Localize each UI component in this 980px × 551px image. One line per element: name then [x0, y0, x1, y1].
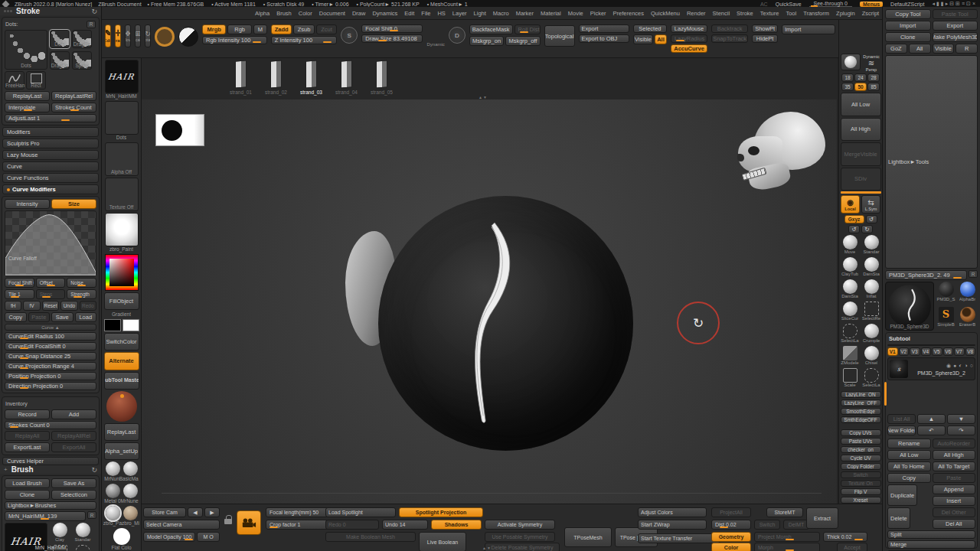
backfacemask-button[interactable]: BackfaceMask: [469, 24, 513, 34]
load-spotlight-button[interactable]: Load Spotlight: [325, 507, 396, 517]
viewport-canvas[interactable]: ↻: [142, 99, 837, 504]
zcut-button[interactable]: Zcut: [316, 24, 337, 34]
lazyradius-slider[interactable]: LazyRadius: [671, 34, 707, 43]
brush-item[interactable]: SelectLa: [840, 324, 860, 345]
uv-button[interactable]: Switch: [841, 471, 881, 478]
brush-selector-slider[interactable]: MrN_HairIMM. 139: [5, 511, 86, 521]
subtool-view-tab[interactable]: V1: [887, 347, 898, 356]
tool-button[interactable]: R: [956, 44, 978, 54]
tool-button[interactable]: Paste Tool: [933, 9, 978, 19]
brush-item[interactable]: Standar: [72, 523, 93, 544]
stroke-button[interactable]: Strokes Count: [51, 103, 96, 112]
material-pair-3[interactable]: zbro_Pazbro_Mi: [104, 506, 139, 527]
inventory-button[interactable]: Record: [5, 409, 50, 419]
menu-item[interactable]: Alpha: [255, 10, 270, 17]
rotate-button[interactable]: ↻Rotate: [145, 24, 151, 47]
brush-item[interactable]: ClayTub: [840, 257, 860, 279]
subtool-list-button[interactable]: List All: [887, 414, 916, 424]
subtool-view-tab[interactable]: V6: [943, 347, 954, 356]
switch-button[interactable]: Switch: [754, 520, 780, 530]
uv-button[interactable]: Copy UVs: [841, 429, 881, 436]
lock-icon[interactable]: [224, 515, 232, 524]
menu-item[interactable]: Marker: [516, 10, 534, 17]
divider-handle-icon[interactable]: ▲▼: [482, 546, 492, 550]
subtool-action-button[interactable]: Copy: [887, 473, 931, 483]
brush-palette-header[interactable]: + Brush ↻: [0, 465, 101, 474]
menu-item[interactable]: Dynamics: [372, 10, 397, 17]
inventory-button[interactable]: Add: [51, 409, 96, 419]
flat-color-cell[interactable]: Flat Colo: [104, 528, 139, 551]
stroke-type-thumbnail[interactable]: Spray: [72, 51, 92, 70]
showpt-button[interactable]: ShowPt: [752, 24, 778, 33]
tool-item[interactable]: S SimpleB: [936, 307, 956, 331]
curve-button[interactable]: Load: [75, 312, 97, 322]
stroke-section-header[interactable]: Curve: [2, 161, 99, 171]
mini-slider[interactable]: Offset: [36, 278, 66, 288]
curve-slider[interactable]: Direction Projection 0: [5, 382, 96, 390]
tool-button[interactable]: Make PolyMesh3D: [933, 32, 978, 42]
brush-item[interactable]: Clay: [49, 523, 70, 544]
projectall-button[interactable]: ProjectAll: [711, 507, 751, 517]
subtool-action-button[interactable]: AutoReorder: [933, 439, 976, 448]
subtool-view-tab[interactable]: V3: [910, 347, 920, 356]
material-pair-1[interactable]: MrNunBasicMa: [104, 461, 139, 482]
alpha-off-cell[interactable]: Alpha Off: [104, 142, 139, 176]
alpha-setup-button[interactable]: Alpha_setUp: [104, 442, 139, 460]
subtool-list-button[interactable]: ↶: [917, 425, 946, 435]
brush-panel-button[interactable]: Save As: [51, 478, 96, 488]
activate-symmetry-button[interactable]: Activate Symmetry: [485, 520, 555, 530]
curve-slider[interactable]: CurveEdit FocalShift 0: [5, 342, 96, 350]
window-control-icon[interactable]: ⊡: [966, 1, 972, 6]
tool-button[interactable]: Copy Tool: [885, 9, 931, 19]
subtool-scrollbar[interactable]: [884, 382, 887, 406]
subtool-wide-button[interactable]: Merge: [887, 540, 975, 549]
strand-thumbnail[interactable]: strand_01: [227, 58, 254, 96]
uv-button[interactable]: Xreset: [841, 497, 881, 504]
brush-item[interactable]: Inflat: [861, 279, 881, 301]
stroke-type-thumbnail[interactable]: DragRe: [72, 30, 92, 48]
strand-thumbnail[interactable]: strand_02: [263, 58, 289, 96]
start-zwrap-button[interactable]: Start ZWrap: [638, 520, 707, 530]
tool-button[interactable]: Import: [885, 21, 931, 31]
menu-item[interactable]: Zscript: [862, 10, 880, 17]
strokes-count-slider[interactable]: Strokes Count 0: [5, 421, 96, 429]
stroke-section-header[interactable]: Curve Functions: [2, 173, 99, 183]
stroke-section-header[interactable]: Curve Modifiers: [2, 184, 99, 194]
curve-button[interactable]: fV: [23, 301, 40, 311]
menu-item[interactable]: Color: [299, 10, 312, 17]
default-zscript-button[interactable]: DefaultZScript: [890, 2, 924, 7]
live-boolean-button[interactable]: Live Boolean: [419, 532, 466, 551]
curve-slider[interactable]: Position Projection 0: [5, 372, 96, 380]
visible-count-slider[interactable]: Visible Count 12: [887, 344, 975, 346]
current-material-cell[interactable]: zbro_Paint: [104, 213, 139, 253]
brush-item[interactable]: Chisel: [861, 346, 881, 367]
menu-item[interactable]: Edit: [404, 10, 414, 17]
storemt-button[interactable]: StoreMT: [766, 507, 803, 517]
freehand-stroke-thumbnail[interactable]: FreeHan: [5, 71, 24, 90]
uv-button[interactable]: Texture On: [841, 480, 881, 487]
hair-strand-curve[interactable]: [454, 218, 532, 437]
export-obj-button[interactable]: Export to OBJ: [579, 34, 629, 43]
brush-item[interactable]: ZModele: [840, 346, 860, 367]
quicksave-button[interactable]: QuickSave: [776, 2, 802, 7]
focal-shift-slider[interactable]: Focal Shift 0: [361, 24, 423, 33]
mini-slider[interactable]: Noise: [67, 278, 96, 288]
menu-item[interactable]: Layer: [452, 10, 467, 17]
restore-config-button[interactable]: R: [87, 511, 96, 519]
brush-item[interactable]: SelectRe: [861, 302, 881, 323]
mini-slider[interactable]: Strength: [67, 289, 96, 299]
color-picker[interactable]: [105, 254, 139, 291]
stroke-section-header[interactable]: Sculptris Pro: [2, 139, 99, 148]
subdiv-preset-button[interactable]: 50: [854, 83, 867, 91]
stroke-type-thumbnail[interactable]: Dots: [50, 30, 70, 48]
subtool-toggle-icon[interactable]: ◑: [965, 363, 968, 369]
mrgb-button[interactable]: Mrgb: [202, 24, 226, 34]
undo-button[interactable]: Undo 14: [382, 520, 428, 530]
gxyz-button[interactable]: Gxyz: [844, 215, 864, 223]
dist-slider[interactable]: Dist 0.02: [711, 520, 751, 530]
stroke-curve-s-icon[interactable]: S: [341, 27, 358, 44]
spin-left-button[interactable]: ↺: [866, 215, 877, 223]
model-opacity-slider[interactable]: Model Opacity 100: [143, 532, 195, 542]
delmt-button[interactable]: DelMT: [783, 520, 809, 530]
subtool-action-button[interactable]: All To Home: [887, 461, 931, 471]
